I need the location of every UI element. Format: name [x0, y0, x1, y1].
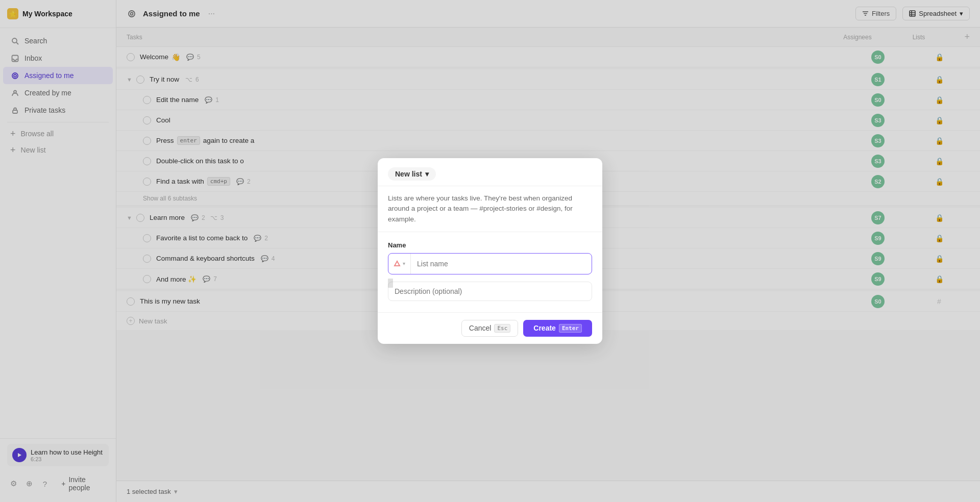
dropdown-chevron: ▾ — [425, 170, 429, 178]
list-name-input[interactable] — [411, 255, 592, 273]
modal-body: Name ▾ — [378, 232, 602, 312]
description-input[interactable] — [388, 282, 592, 301]
modal-desc-text: Lists are where your tasks live. They're… — [388, 194, 573, 223]
name-label: Name — [388, 241, 592, 249]
modal-header: New list ▾ — [378, 158, 602, 186]
name-input-container: ▾ — [388, 253, 592, 274]
new-list-header-button[interactable]: New list ▾ — [388, 167, 436, 181]
cursor-indicator — [388, 279, 393, 288]
cancel-button[interactable]: Cancel Esc — [461, 320, 518, 337]
modal-description: Lists are where your tasks live. They're… — [378, 186, 602, 232]
create-kbd: Enter — [559, 324, 582, 333]
cancel-label: Cancel — [469, 324, 492, 332]
new-list-btn-label: New list — [395, 170, 422, 178]
create-label: Create — [533, 324, 556, 332]
prefix-chevron: ▾ — [403, 261, 405, 266]
cancel-kbd: Esc — [494, 324, 510, 333]
modal-footer: Cancel Esc Create Enter — [378, 312, 602, 344]
new-list-modal: New list ▾ Lists are where your tasks li… — [378, 158, 602, 344]
triangle-icon — [394, 260, 401, 267]
list-type-selector[interactable]: ▾ — [388, 254, 411, 274]
modal-overlay[interactable]: New list ▾ Lists are where your tasks li… — [0, 0, 980, 502]
triangle-svg — [394, 260, 401, 267]
create-button[interactable]: Create Enter — [523, 320, 592, 337]
